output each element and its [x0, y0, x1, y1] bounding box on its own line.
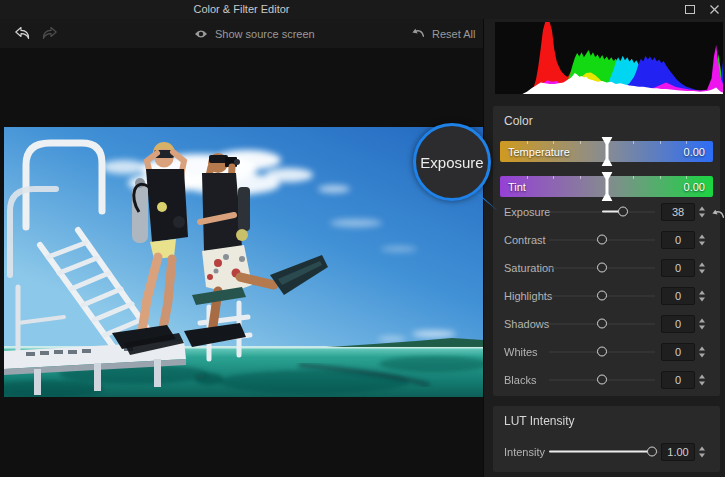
window-title: Color & Filter Editor: [0, 0, 483, 19]
blacks-value: 0: [675, 374, 681, 386]
slider-tick: [633, 176, 634, 179]
titlebar: Color & Filter Editor: [0, 0, 725, 19]
saturation-decrement-button[interactable]: [699, 270, 705, 274]
slider-tick: [686, 176, 687, 179]
shadows-slider-track[interactable]: [549, 319, 655, 330]
slider-tick: [660, 141, 661, 144]
whites-value-box[interactable]: 0: [661, 343, 695, 361]
highlights-increment-button[interactable]: [699, 291, 705, 295]
shadows-value-box[interactable]: 0: [661, 315, 695, 333]
saturation-stepper: [699, 263, 705, 274]
whites-slider-handle[interactable]: [597, 347, 607, 357]
saturation-slider-handle[interactable]: [597, 263, 607, 273]
shadows-stepper: [699, 319, 705, 330]
whites-stepper: [699, 347, 705, 358]
highlights-slider-track[interactable]: [549, 291, 655, 302]
slider-tick: [686, 141, 687, 144]
shadows-value: 0: [675, 318, 681, 330]
contrast-slider-handle[interactable]: [597, 235, 607, 245]
contrast-increment-button[interactable]: [699, 235, 705, 239]
saturation-value-box[interactable]: 0: [661, 259, 695, 277]
exposure-reset-icon: [712, 209, 725, 220]
slider-tick: [553, 176, 554, 179]
blacks-slider-track[interactable]: [549, 375, 655, 386]
lut-section: LUT Intensity Intensity 1.00: [493, 406, 720, 472]
exposure-stepper: [699, 207, 705, 218]
slider-tick: [580, 141, 581, 144]
toolbar: Show source screen Reset All: [0, 19, 483, 48]
intensity-decrement-button[interactable]: [699, 454, 705, 458]
highlights-decrement-button[interactable]: [699, 298, 705, 302]
contrast-decrement-button[interactable]: [699, 242, 705, 246]
tint-value: 0.00: [684, 181, 705, 193]
shadows-decrement-button[interactable]: [699, 326, 705, 330]
exposure-callout-label: Exposure: [420, 154, 483, 171]
blacks-decrement-button[interactable]: [699, 382, 705, 386]
exposure-slider-handle[interactable]: [618, 207, 628, 217]
contrast-value: 0: [675, 234, 681, 246]
histogram: [495, 22, 723, 94]
exposure-increment-button[interactable]: [699, 207, 705, 211]
contrast-stepper: [699, 235, 705, 246]
close-icon: [710, 5, 719, 14]
whites-slider-label: Whites: [504, 346, 538, 358]
slider-row-exposure: Exposure38: [493, 198, 720, 226]
exposure-value-box[interactable]: 38: [661, 203, 695, 221]
slider-row-whites: Whites0: [493, 338, 720, 366]
temperature-slider[interactable]: Temperature 0.00: [500, 141, 713, 162]
intensity-slider-handle[interactable]: [647, 447, 657, 457]
preview-photo: [4, 127, 483, 397]
shadows-slider-handle[interactable]: [597, 319, 607, 329]
highlights-slider-handle[interactable]: [597, 291, 607, 301]
blacks-slider-handle[interactable]: [597, 375, 607, 385]
tint-label: Tint: [508, 181, 526, 193]
intensity-slider-track[interactable]: [549, 447, 659, 458]
whites-slider-track[interactable]: [549, 347, 655, 358]
exposure-slider-track[interactable]: [549, 207, 655, 218]
undo-icon: [15, 27, 30, 40]
lut-section-title: LUT Intensity: [504, 414, 574, 428]
show-source-label: Show source screen: [215, 28, 315, 40]
whites-increment-button[interactable]: [699, 347, 705, 351]
contrast-slider-label: Contrast: [504, 234, 546, 246]
reset-all-button[interactable]: Reset All: [412, 19, 475, 48]
whites-decrement-button[interactable]: [699, 354, 705, 358]
slider-row-shadows: Shadows0: [493, 310, 720, 338]
blacks-slider-label: Blacks: [504, 374, 536, 386]
maximize-icon: [685, 5, 695, 14]
slider-row-blacks: Blacks0: [493, 366, 720, 394]
highlights-value-box[interactable]: 0: [661, 287, 695, 305]
exposure-decrement-button[interactable]: [699, 214, 705, 218]
temperature-value: 0.00: [684, 146, 705, 158]
contrast-slider-track[interactable]: [549, 235, 655, 246]
blacks-value-box[interactable]: 0: [661, 371, 695, 389]
close-button[interactable]: [707, 3, 721, 17]
highlights-stepper: [699, 291, 705, 302]
exposure-reset-button[interactable]: [712, 206, 725, 218]
temperature-label: Temperature: [508, 146, 570, 158]
tint-slider[interactable]: Tint 0.00: [500, 176, 713, 197]
whites-value: 0: [675, 346, 681, 358]
saturation-slider-track[interactable]: [549, 263, 655, 274]
redo-button[interactable]: [40, 25, 58, 41]
adjustments-panel: Color Temperature 0.00 Tint 0.00 Exposur…: [483, 19, 725, 477]
undo-button[interactable]: [13, 25, 31, 41]
slider-tick: [607, 141, 608, 144]
shadows-increment-button[interactable]: [699, 319, 705, 323]
show-source-button[interactable]: Show source screen: [194, 19, 315, 48]
intensity-stepper: [699, 447, 705, 458]
exposure-callout: Exposure: [413, 123, 491, 201]
slider-tick: [580, 176, 581, 179]
blacks-increment-button[interactable]: [699, 375, 705, 379]
slider-row-contrast: Contrast0: [493, 226, 720, 254]
window-controls: [683, 0, 721, 19]
intensity-value-box[interactable]: 1.00: [661, 443, 695, 461]
contrast-value-box[interactable]: 0: [661, 231, 695, 249]
saturation-value: 0: [675, 262, 681, 274]
slider-tick: [633, 141, 634, 144]
slider-row-saturation: Saturation0: [493, 254, 720, 282]
slider-tick: [553, 141, 554, 144]
maximize-button[interactable]: [683, 3, 697, 17]
intensity-increment-button[interactable]: [699, 447, 705, 451]
saturation-increment-button[interactable]: [699, 263, 705, 267]
